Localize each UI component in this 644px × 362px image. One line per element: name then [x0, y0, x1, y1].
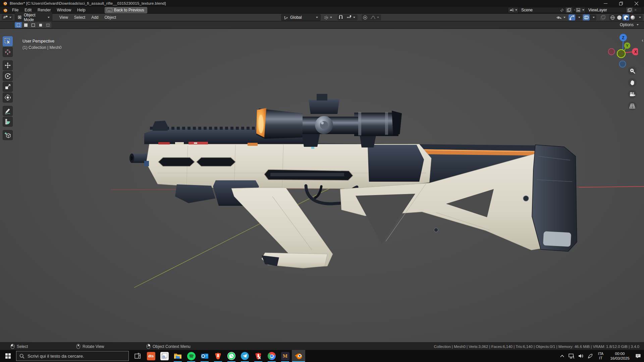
- proportional-falloff-dropdown[interactable]: [368, 14, 381, 20]
- select-mode-extend-button[interactable]: [22, 22, 29, 28]
- taskbar-app-chrome[interactable]: [265, 350, 278, 362]
- network-icon[interactable]: [568, 351, 576, 361]
- zoom-button[interactable]: [628, 66, 637, 75]
- tool-annotate[interactable]: [3, 106, 13, 116]
- windows-logo-icon: [5, 353, 11, 359]
- camera-view-button[interactable]: [628, 90, 637, 99]
- taskbar-app-spotify[interactable]: [184, 350, 198, 362]
- restore-button[interactable]: [613, 0, 629, 7]
- volume-icon[interactable]: [577, 351, 585, 361]
- xray-toggle[interactable]: [599, 14, 606, 20]
- blender-window: Blender* [C:\Users\Gelvard\Downloads\sci…: [0, 0, 644, 362]
- menu-view[interactable]: View: [56, 14, 71, 20]
- search-input[interactable]: [28, 354, 125, 359]
- shading-material-preview-button[interactable]: [623, 14, 629, 20]
- minimize-button[interactable]: [598, 0, 613, 7]
- hint-object-context-menu: Object Context Menu: [147, 343, 191, 350]
- tool-cursor[interactable]: [3, 47, 13, 57]
- orientation-label: Global: [290, 15, 313, 20]
- taskbar-app-photos[interactable]: [158, 350, 171, 362]
- chrome-icon: [268, 352, 276, 360]
- tool-measure[interactable]: [3, 117, 13, 127]
- time: 00:00: [607, 351, 633, 356]
- tool-transform[interactable]: [3, 93, 13, 103]
- window-title: Blender* [C:\Users\Gelvard\Downloads\sci…: [10, 1, 166, 5]
- taskbar-app-outlook[interactable]: [198, 350, 211, 362]
- tool-move[interactable]: [3, 60, 13, 70]
- navigation-gizmo[interactable]: Z X Y: [606, 32, 638, 69]
- tool-rotate[interactable]: [3, 71, 13, 81]
- tool-scale[interactable]: [3, 82, 13, 92]
- shading-solid-button[interactable]: [616, 14, 623, 20]
- menu-object[interactable]: Object: [102, 14, 119, 20]
- proportional-editing-button[interactable]: [362, 14, 368, 20]
- scene-selector: Scene ×: [508, 7, 572, 13]
- select-mode-invert-button[interactable]: [37, 22, 44, 28]
- new-viewlayer-icon[interactable]: [626, 7, 633, 13]
- options-dropdown[interactable]: Options: [618, 22, 641, 27]
- search-icon: [19, 354, 24, 359]
- mode-label: Object Mode: [24, 13, 44, 22]
- scene-icon[interactable]: [508, 7, 519, 13]
- hint-select: Select: [11, 343, 28, 350]
- object-visibility-dropdown[interactable]: [554, 14, 568, 20]
- viewport-header: Object Mode View Select Add Object Globa…: [0, 14, 644, 21]
- 3d-viewport[interactable]: User Perspective (1) Collection | Mesh0: [0, 29, 644, 342]
- close-button[interactable]: [629, 0, 644, 7]
- taskbar-app-telegram[interactable]: [238, 350, 252, 362]
- language-indicator[interactable]: ITA IT: [596, 352, 606, 360]
- pen-icon[interactable]: [586, 351, 594, 361]
- taskbar-app-brave-dev[interactable]: [252, 350, 265, 362]
- gizmo-dropdown[interactable]: [575, 14, 582, 20]
- taskbar-app-task-view[interactable]: [131, 350, 144, 362]
- outlook-icon: [201, 353, 209, 360]
- hint-rotate-view-label: Rotate View: [83, 344, 104, 349]
- shading-rendered-button[interactable]: [629, 14, 636, 20]
- pin-scene-icon[interactable]: [559, 7, 565, 13]
- tool-select-box[interactable]: [3, 36, 13, 46]
- sidebar-collapse-arrow[interactable]: ‹: [642, 38, 643, 43]
- tray-chevron-up-icon[interactable]: [558, 351, 566, 361]
- viewlayer-icon[interactable]: [575, 7, 586, 13]
- language-bottom: IT: [596, 356, 606, 360]
- shading-wireframe-button[interactable]: [609, 14, 616, 20]
- menu-add[interactable]: Add: [88, 14, 101, 20]
- pan-button[interactable]: [628, 78, 637, 87]
- remove-viewlayer-icon[interactable]: ×: [633, 7, 638, 13]
- taskbar-app-blender[interactable]: [292, 350, 305, 362]
- orthographic-toggle-button[interactable]: [628, 102, 637, 110]
- shading-dropdown[interactable]: [636, 14, 643, 20]
- notification-center-icon[interactable]: [634, 351, 642, 361]
- title-bar: Blender* [C:\Users\Gelvard\Downloads\sci…: [0, 0, 644, 7]
- snap-toggle-button[interactable]: [337, 14, 344, 20]
- taskbar-app-gmail[interactable]: M: [278, 350, 292, 362]
- select-mode-subtract-button[interactable]: [30, 22, 37, 28]
- scene-name[interactable]: Scene: [519, 8, 559, 12]
- mouse-middle-icon: [76, 344, 80, 349]
- viewport-nav-buttons: [628, 66, 637, 110]
- pivot-point-dropdown[interactable]: [322, 14, 333, 20]
- select-mode-intersect-button[interactable]: [44, 22, 51, 28]
- new-scene-icon[interactable]: [565, 7, 572, 13]
- show-gizmo-toggle[interactable]: [569, 14, 575, 20]
- taskbar-app-brave[interactable]: [211, 350, 225, 362]
- overlays-dropdown[interactable]: [590, 14, 596, 20]
- taskbar-app-dts[interactable]: dts: [144, 350, 158, 362]
- clock[interactable]: 00:00 16/03/2025: [607, 351, 633, 361]
- tool-add-cube[interactable]: [3, 130, 13, 140]
- rifle-model[interactable]: [0, 29, 644, 342]
- taskbar-app-whatsapp[interactable]: [225, 350, 238, 362]
- menu-select[interactable]: Select: [71, 14, 88, 20]
- editor-type-button[interactable]: [2, 14, 13, 20]
- select-mode-set-button[interactable]: [15, 22, 22, 28]
- language-top: ITA: [596, 352, 606, 356]
- show-overlays-toggle[interactable]: [583, 14, 590, 20]
- viewlayer-name[interactable]: ViewLayer: [586, 8, 626, 12]
- dts-icon: dts: [147, 352, 155, 360]
- taskbar-app-file-explorer[interactable]: [171, 350, 184, 362]
- snap-with-dropdown[interactable]: [344, 14, 358, 20]
- taskbar-search[interactable]: [16, 351, 129, 361]
- start-button[interactable]: [0, 350, 16, 362]
- viewport-overlay-text: User Perspective (1) Collection | Mesh0: [22, 38, 62, 51]
- transform-orientation-dropdown[interactable]: Global: [281, 14, 321, 21]
